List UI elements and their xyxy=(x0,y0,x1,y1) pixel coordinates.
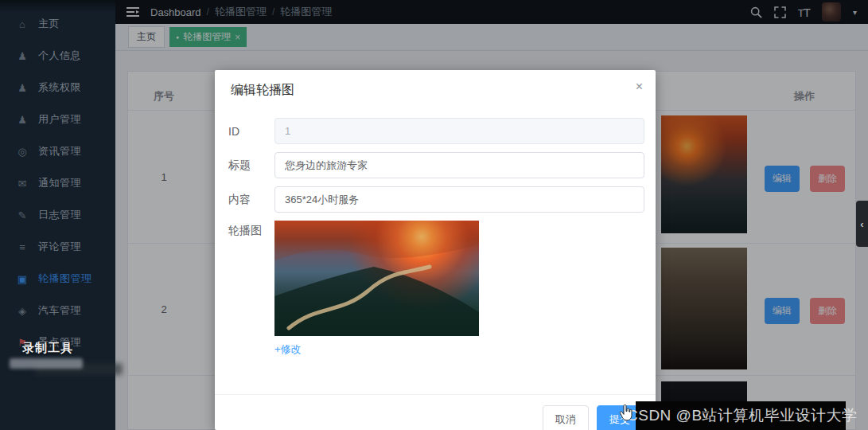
dialog-header: 编辑轮播图 × xyxy=(215,70,656,107)
modify-image-link[interactable]: +修改 xyxy=(274,342,302,357)
id-field-label: ID xyxy=(228,125,274,138)
app-window: ⌂ 主页 ♟ 个人信息 ♟ 系统权限 ♟ 用户管理 ◎ 资讯管理 ✉ 通知管理 xyxy=(0,0,868,430)
dialog-footer: 取消 提交 xyxy=(215,394,656,430)
close-icon[interactable]: × xyxy=(636,80,643,93)
recorder-watermark: 录制工具 xyxy=(22,341,73,356)
form-row-title: 标题 xyxy=(228,152,644,178)
csdn-watermark: CSDN @B站计算机毕业设计大学 xyxy=(627,405,858,426)
form-row-id: ID xyxy=(228,118,644,144)
content-field-label: 内容 xyxy=(228,193,274,207)
form-row-content: 内容 xyxy=(228,186,644,213)
edit-carousel-dialog: 编辑轮播图 × ID 标题 内容 轮播图 xyxy=(215,70,656,430)
chevron-left-icon: ‹ xyxy=(860,218,863,230)
mouse-cursor-icon xyxy=(619,405,633,424)
settings-panel-toggle[interactable]: ‹ xyxy=(856,201,868,247)
form-row-image: 轮播图 +修改 xyxy=(228,221,644,357)
id-field xyxy=(274,118,644,144)
title-field-label: 标题 xyxy=(228,158,274,173)
image-field-label: 轮播图 xyxy=(228,221,274,238)
content-field[interactable] xyxy=(274,186,644,213)
dialog-title: 编辑轮播图 xyxy=(231,83,294,96)
cancel-button[interactable]: 取消 xyxy=(543,405,589,430)
title-field[interactable] xyxy=(274,152,644,178)
image-field: +修改 xyxy=(274,221,644,357)
dialog-body: ID 标题 内容 轮播图 xyxy=(215,107,656,357)
blurred-watermark-bar xyxy=(10,358,83,369)
carousel-preview-image xyxy=(274,221,479,336)
